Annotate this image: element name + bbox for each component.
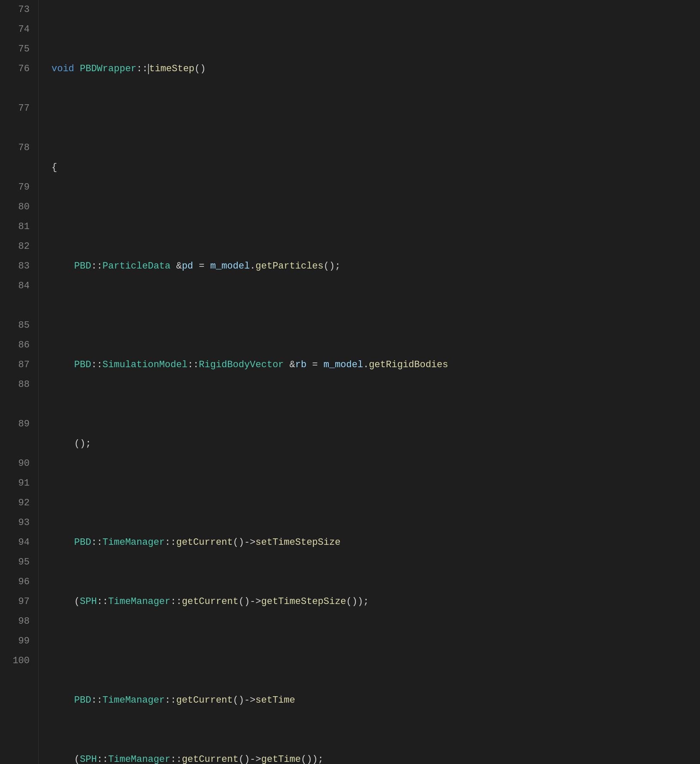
code-text-area[interactable]: void PBDWrapper::timeStep() { PBD::Parti… [39, 0, 700, 764]
code-line-74: { [52, 158, 700, 178]
ln-84: 84 [0, 276, 30, 296]
ln-99: 99 [0, 631, 30, 651]
code-line-77: PBD::TimeManager::getCurrent()->setTimeS… [52, 533, 700, 553]
ln-100: 100 [0, 651, 30, 671]
ln-77: 77 [0, 99, 30, 118]
ln-73: 73 [0, 0, 30, 20]
ln-92: 92 [0, 493, 30, 513]
ln-75: 75 [0, 39, 30, 59]
ln-76: 76 [0, 59, 30, 79]
ln-78: 78 [0, 138, 30, 158]
ln-85: 85 [0, 316, 30, 335]
ln-90: 90 [0, 454, 30, 474]
ln-94: 94 [0, 533, 30, 553]
ln-93: 93 [0, 513, 30, 533]
ln-95: 95 [0, 553, 30, 572]
code-line-76: PBD::SimulationModel::RigidBodyVector &r… [52, 355, 700, 375]
code-line-73: void PBDWrapper::timeStep() [52, 59, 700, 79]
ln-78b [0, 158, 30, 178]
code-line-77b: (SPH::TimeManager::getCurrent()->getTime… [52, 592, 700, 612]
ln-79: 79 [0, 178, 30, 197]
ln-77b [0, 118, 30, 138]
ln-97: 97 [0, 592, 30, 612]
ln-81: 81 [0, 217, 30, 237]
ln-87: 87 [0, 355, 30, 375]
ln-74: 74 [0, 20, 30, 39]
ln-88: 88 [0, 375, 30, 395]
ln-89b [0, 434, 30, 454]
code-line-78b: (SPH::TimeManager::getCurrent()->getTime… [52, 750, 700, 764]
ln-96: 96 [0, 572, 30, 592]
ln-88b [0, 395, 30, 414]
code-editor: 73 74 75 76 77 78 79 80 81 82 83 84 85 8… [0, 0, 700, 764]
ln-83: 83 [0, 257, 30, 276]
ln-89: 89 [0, 414, 30, 434]
ln-80: 80 [0, 197, 30, 217]
ln-91: 91 [0, 474, 30, 493]
code-line-78: PBD::TimeManager::getCurrent()->setTime [52, 691, 700, 710]
line-number-gutter: 73 74 75 76 77 78 79 80 81 82 83 84 85 8… [0, 0, 39, 764]
ln-76b [0, 79, 30, 99]
code-line-76b: (); [52, 434, 700, 454]
ln-84b [0, 296, 30, 316]
ln-98: 98 [0, 612, 30, 631]
ln-86: 86 [0, 335, 30, 355]
code-line-75: PBD::ParticleData &pd = m_model.getParti… [52, 257, 700, 276]
ln-82: 82 [0, 237, 30, 257]
